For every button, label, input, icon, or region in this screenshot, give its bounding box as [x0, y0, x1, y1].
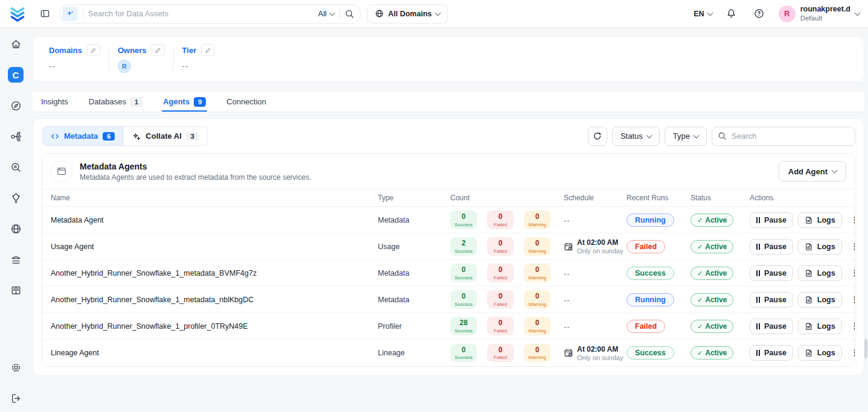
agents-search-input[interactable]: [712, 127, 855, 146]
chevron-down-icon: [707, 10, 713, 16]
tab-databases[interactable]: Databases 1: [88, 92, 144, 112]
failed-count: 0: [499, 213, 503, 221]
pause-button[interactable]: Pause: [750, 212, 793, 228]
recent-run-badge[interactable]: Success: [627, 267, 674, 280]
help-icon[interactable]: [751, 5, 768, 22]
recent-run-badge[interactable]: Failed: [627, 240, 665, 253]
logs-button[interactable]: Logs: [798, 265, 842, 281]
more-actions-icon[interactable]: [847, 240, 855, 253]
recent-run-badge[interactable]: Success: [627, 346, 674, 360]
sidebar-item-governance[interactable]: [8, 252, 24, 267]
sidebar-item-explore[interactable]: [8, 98, 24, 113]
column-header-recent-runs: Recent Runs: [627, 194, 691, 202]
sidebar-item-domains[interactable]: [8, 221, 24, 236]
ai-sparkle-icon[interactable]: [62, 7, 78, 21]
edit-domains-button[interactable]: [87, 44, 100, 56]
status-cell: Active: [691, 240, 750, 253]
warning-count-badge: 0 Warning: [524, 290, 550, 309]
type-filter-dropdown[interactable]: Type: [665, 127, 707, 146]
logs-button[interactable]: Logs: [798, 319, 842, 334]
lineage-icon: [10, 131, 22, 142]
tier-section: Tier --: [174, 44, 228, 73]
add-agent-button[interactable]: Add Agent: [779, 161, 846, 182]
pause-icon: [756, 323, 760, 329]
agent-name[interactable]: Another_Hybrid_Runner_Snowflake_1_profil…: [51, 322, 378, 331]
owner-avatar[interactable]: R: [118, 60, 131, 73]
warning-count-label: Warning: [528, 275, 546, 280]
tab-label: Databases: [89, 97, 126, 106]
pause-button[interactable]: Pause: [750, 265, 793, 281]
sidebar-item-observability[interactable]: [8, 159, 24, 175]
pause-button[interactable]: Pause: [750, 319, 793, 334]
all-domains-dropdown[interactable]: All Domains: [367, 4, 448, 24]
tab-agents[interactable]: Agents 9: [162, 92, 207, 112]
recent-run-badge[interactable]: Failed: [627, 320, 665, 333]
agent-name[interactable]: Another_Hybrid_Runner_Snowflake_1_metada…: [51, 269, 378, 277]
recent-runs-cell: Failed: [627, 240, 691, 253]
success-count-label: Success: [455, 275, 473, 280]
logs-button[interactable]: Logs: [798, 212, 842, 228]
language-dropdown[interactable]: EN: [694, 10, 712, 18]
user-profile-menu[interactable]: R rounakpreet.d Default: [779, 5, 860, 23]
logs-button[interactable]: Logs: [798, 239, 842, 255]
recent-run-badge[interactable]: Running: [627, 214, 674, 227]
pause-button[interactable]: Pause: [750, 292, 793, 308]
more-actions-icon[interactable]: [847, 267, 855, 280]
search-submit-icon[interactable]: [345, 9, 354, 19]
edit-owners-button[interactable]: [152, 44, 165, 56]
status-label: Active: [705, 296, 727, 304]
schedule-frequency: Only on sunday: [577, 247, 623, 255]
recent-runs-cell: Success: [627, 267, 691, 280]
logs-icon: [805, 349, 813, 357]
agents-panel: Metadata 6 Collate AI 3 Status: [33, 118, 864, 376]
agent-name[interactable]: Another_Hybrid_Runner_Snowflake_1_metada…: [51, 296, 378, 304]
edit-tier-button[interactable]: [201, 44, 214, 56]
sidebar-item-home[interactable]: [8, 36, 24, 52]
sidebar-toggle-icon[interactable]: [36, 5, 53, 22]
sidebar-item-settings[interactable]: [8, 360, 24, 375]
segment-metadata[interactable]: Metadata 6: [42, 127, 123, 145]
pause-button[interactable]: Pause: [750, 239, 793, 255]
failed-count-label: Failed: [494, 302, 507, 307]
agent-name[interactable]: Usage Agent: [51, 242, 378, 251]
agent-type: Metadata: [378, 216, 450, 224]
agent-name[interactable]: Lineage Agent: [51, 349, 378, 357]
tab-insights[interactable]: Insights: [40, 92, 69, 112]
more-actions-icon[interactable]: [847, 214, 855, 227]
sidebar-item-insights[interactable]: [8, 190, 24, 206]
status-filter-dropdown[interactable]: Status: [612, 127, 660, 146]
global-search-bar: All: [59, 4, 361, 24]
check-icon: [697, 322, 703, 331]
tab-connection[interactable]: Connection: [225, 92, 267, 112]
actions-cell: Pause Logs: [750, 212, 846, 228]
tab-label: Connection: [226, 97, 266, 106]
sidebar-item-lineage[interactable]: [8, 128, 24, 144]
search-scope-dropdown[interactable]: All: [318, 10, 334, 18]
agent-name[interactable]: Metadata Agent: [51, 216, 378, 224]
status-badge: Active: [691, 267, 733, 280]
schedule-cell: --: [564, 215, 627, 226]
refresh-button[interactable]: [588, 127, 607, 146]
sidebar-item-glossary[interactable]: [8, 282, 24, 298]
more-actions-icon[interactable]: [847, 346, 855, 360]
segment-count-badge: 6: [103, 132, 115, 141]
warning-count-label: Warning: [528, 249, 546, 254]
failed-count: 0: [499, 266, 503, 274]
warning-count: 0: [535, 266, 540, 274]
sidebar-item-logout[interactable]: [8, 390, 24, 406]
segment-collate-ai[interactable]: Collate AI 3: [123, 127, 206, 145]
logs-button[interactable]: Logs: [798, 345, 842, 361]
pause-button[interactable]: Pause: [750, 345, 793, 361]
sidebar-item-collate-app[interactable]: [8, 67, 24, 83]
pause-label: Pause: [764, 269, 787, 277]
more-actions-icon[interactable]: [847, 320, 855, 333]
search-input[interactable]: [88, 9, 313, 18]
more-actions-icon[interactable]: [847, 293, 855, 306]
actions-cell: Pause Logs: [750, 239, 846, 255]
scrollbar-thumb[interactable]: [864, 339, 867, 358]
failed-count: 0: [499, 293, 503, 301]
logs-button[interactable]: Logs: [798, 292, 842, 308]
actions-cell: Pause Logs: [750, 292, 846, 308]
notifications-bell-icon[interactable]: [723, 5, 740, 22]
recent-run-badge[interactable]: Running: [627, 293, 674, 306]
